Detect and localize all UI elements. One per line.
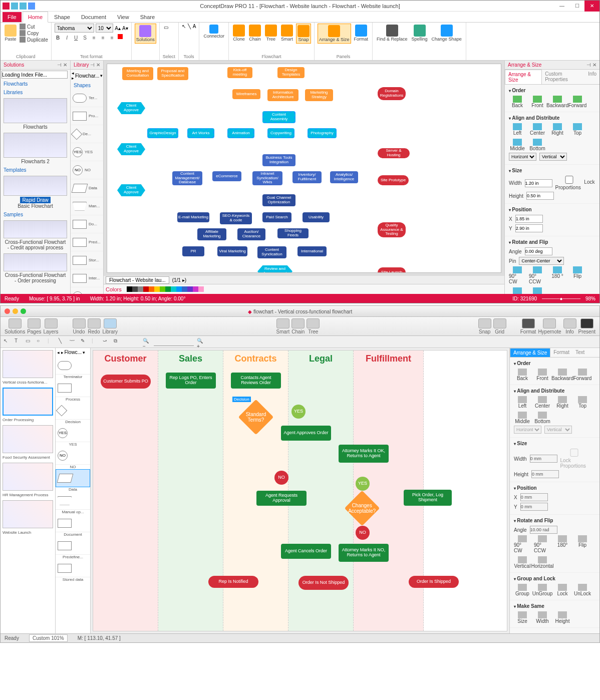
page-thumb[interactable] xyxy=(3,350,53,378)
node-photo[interactable]: Photography xyxy=(308,128,337,138)
align-right[interactable]: Right xyxy=(549,123,566,136)
tb-smart[interactable]: Smart xyxy=(276,318,290,334)
flip-v[interactable]: Vertical xyxy=(514,556,531,569)
shape-manual[interactable] xyxy=(56,492,90,510)
shape-no[interactable]: NONO xyxy=(71,161,103,179)
y-input[interactable] xyxy=(520,503,548,511)
tab-file[interactable]: File xyxy=(3,12,22,22)
align-top[interactable]: Top xyxy=(569,123,586,136)
rotate-180[interactable]: 180° xyxy=(554,535,571,553)
italic-button[interactable]: I xyxy=(64,34,71,41)
color-swatch[interactable] xyxy=(132,286,138,292)
node-meeting[interactable]: Meeting and Consultation xyxy=(122,67,153,80)
section-size[interactable]: Size xyxy=(514,440,595,447)
close-icon[interactable]: ⊣ ✕ xyxy=(90,62,100,68)
node-ia[interactable]: Information Architecture xyxy=(267,89,298,101)
mac-canvas[interactable]: Customer Sales Contracts Legal Fulfillme… xyxy=(93,350,507,631)
align-center-icon[interactable]: ≡ xyxy=(100,34,107,41)
fontsize-select[interactable]: 10 xyxy=(96,24,114,33)
tb-format[interactable]: Format xyxy=(520,318,536,334)
node-animation[interactable]: Animation xyxy=(227,128,254,138)
align-right-icon[interactable]: ≡ xyxy=(109,34,116,41)
angle-input[interactable] xyxy=(525,247,552,255)
section-order[interactable]: Order xyxy=(514,360,595,367)
section-rotate[interactable]: Rotate and Flip xyxy=(509,238,595,246)
color-swatch[interactable] xyxy=(165,286,171,292)
cut-button[interactable]: Cut xyxy=(20,24,48,30)
node-auction[interactable]: Auction/ Clearance xyxy=(237,228,265,240)
align-bottom[interactable]: Bottom xyxy=(534,412,551,424)
solutions-search[interactable] xyxy=(2,71,68,79)
mnode-marksok[interactable]: Attorney Marks It OK, Returns to Agent xyxy=(339,445,389,463)
align-center[interactable]: Center xyxy=(534,396,551,409)
templates-section[interactable]: Templates xyxy=(1,166,70,174)
color-swatch[interactable] xyxy=(187,286,193,292)
connector-button[interactable]: Connector xyxy=(202,24,225,40)
x-input[interactable] xyxy=(515,215,543,223)
color-swatch[interactable] xyxy=(198,286,204,292)
pointer-icon[interactable]: ↖ xyxy=(4,338,12,346)
rotate-cw[interactable]: 90° CW xyxy=(509,266,526,284)
align-middle[interactable]: Middle xyxy=(514,412,531,424)
shape-predefined[interactable] xyxy=(56,537,90,555)
libraries-section[interactable]: Libraries xyxy=(1,88,70,97)
shape-terminator[interactable] xyxy=(56,357,90,375)
flip-btn[interactable]: Flip xyxy=(569,266,586,284)
canvas[interactable]: Meeting and Consultation Proposal and Sp… xyxy=(107,64,501,273)
shape-no[interactable]: NO xyxy=(56,447,90,465)
page-thumb[interactable] xyxy=(3,463,53,491)
mnode-approves[interactable]: Agent Approves Order xyxy=(281,426,331,441)
node-content-assembly[interactable]: Content Assembly xyxy=(262,111,295,123)
distribute-h[interactable]: Horizontal xyxy=(514,426,541,434)
zoom-slider[interactable] xyxy=(154,338,194,346)
find-replace-button[interactable]: Find & Replace xyxy=(376,24,409,43)
node-bti[interactable]: Business Tools Integration xyxy=(262,154,295,166)
node-marketing[interactable]: Marketing Strategy xyxy=(305,89,333,101)
order-backward[interactable]: Backward xyxy=(549,96,566,108)
node-inventory[interactable]: Inventory/ Fulfillment xyxy=(292,171,322,183)
tb-solutions[interactable]: Solutions xyxy=(5,318,25,334)
shape-internal[interactable]: Inter... xyxy=(71,269,103,287)
shape-process[interactable]: Pro... xyxy=(71,107,103,125)
color-icon[interactable] xyxy=(118,34,123,39)
tb-hypernote[interactable]: Hypernote xyxy=(538,318,561,334)
node-email[interactable]: E-mail Marketing xyxy=(177,212,209,222)
tb-grid[interactable]: Grid xyxy=(493,318,506,334)
rp-tab-custom[interactable]: Custom Properties xyxy=(542,70,585,84)
flip-h[interactable]: Horizontal xyxy=(529,287,546,294)
color-swatch[interactable] xyxy=(160,286,165,292)
color-swatch[interactable] xyxy=(182,286,187,292)
qat-icon[interactable] xyxy=(20,3,27,10)
minimize-button[interactable]: — xyxy=(554,1,569,12)
lock-proportions[interactable]: Lock Proportions xyxy=(560,449,595,469)
tb-library[interactable]: Library xyxy=(103,318,118,334)
status-zoom[interactable]: Custom 101% xyxy=(29,634,68,642)
shape-document[interactable] xyxy=(56,514,90,532)
curve-icon[interactable]: 〰 xyxy=(70,338,78,346)
x-input[interactable] xyxy=(520,493,548,501)
order-back[interactable]: Back xyxy=(514,369,531,381)
align-middle[interactable]: Middle xyxy=(509,139,526,151)
color-swatch[interactable] xyxy=(149,286,154,292)
mnode-notified[interactable]: Rep Is Notified xyxy=(208,576,258,588)
shape-yes[interactable]: YES xyxy=(56,424,90,442)
line-icon[interactable]: ╲ xyxy=(59,338,67,346)
shape-process[interactable] xyxy=(56,379,90,397)
tb-pages[interactable]: Pages xyxy=(27,318,41,334)
node-goal[interactable]: Goal Channel Optimization xyxy=(262,194,295,206)
color-swatch[interactable] xyxy=(143,286,149,292)
node-kickoff[interactable]: Kick-off meeting xyxy=(227,67,252,78)
shape-predefined[interactable]: Pred... xyxy=(71,233,103,251)
mnode-pick[interactable]: Pick Order, Log Shipment xyxy=(404,490,452,506)
node-cm[interactable]: Content Management/ Database xyxy=(172,171,202,185)
section-group[interactable]: Group and Lock xyxy=(514,575,595,582)
mnode-marksno[interactable]: Attorney Marks It NO, Returns to Agent xyxy=(339,544,389,562)
order-front[interactable]: Front xyxy=(529,96,546,108)
tb-undo[interactable]: Undo xyxy=(73,318,86,334)
rotate-cw[interactable]: 90° CW xyxy=(514,535,531,553)
arrange-size-button[interactable]: Arrange & Size xyxy=(318,24,351,44)
tab-view[interactable]: View xyxy=(112,12,134,22)
color-swatch[interactable] xyxy=(171,286,176,292)
ungroup-btn[interactable]: UnGroup xyxy=(534,584,551,596)
text-icon[interactable]: A xyxy=(193,24,196,29)
